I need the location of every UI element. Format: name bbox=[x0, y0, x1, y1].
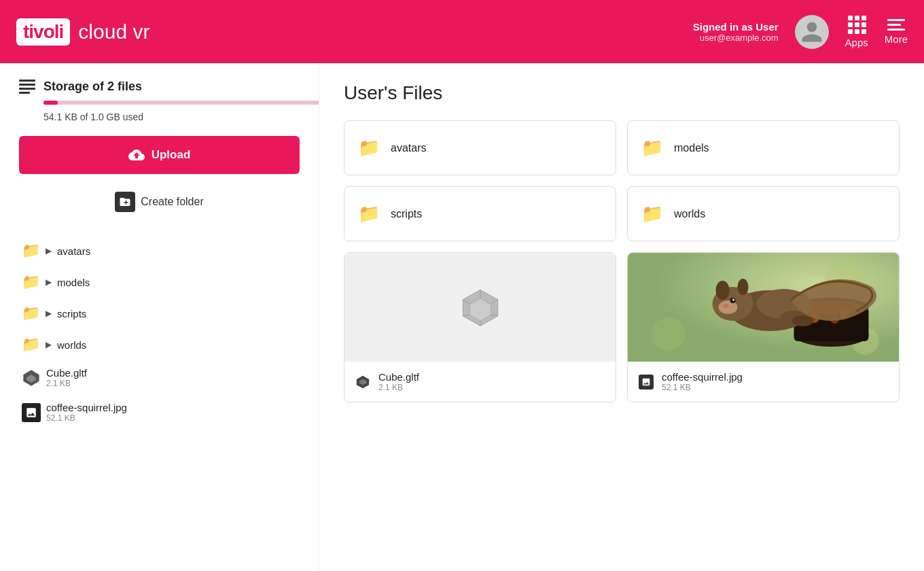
file-item-info: Cube.gltf 2.1 KB bbox=[46, 367, 87, 388]
folder-icon: 📁 bbox=[641, 137, 663, 158]
main-layout: Storage of 2 files 54.1 KB of 1.0 GB use… bbox=[0, 63, 924, 571]
gltf-preview-icon bbox=[457, 287, 504, 328]
folder-card-scripts[interactable]: 📁 scripts bbox=[344, 186, 616, 241]
tree-item-label: avatars bbox=[57, 245, 90, 257]
file-card-text-info: coffee-squirrel.jpg 52.1 KB bbox=[662, 371, 743, 392]
svg-point-31 bbox=[724, 304, 729, 308]
tree-item-worlds[interactable]: 📁 ▶ worlds bbox=[19, 329, 300, 360]
folder-card-name: avatars bbox=[391, 142, 426, 154]
folder-icon: 📁 bbox=[22, 305, 40, 322]
storage-title: Storage of 2 files bbox=[43, 80, 142, 94]
tree-item-label: models bbox=[57, 277, 90, 288]
folder-card-content: 📁 avatars bbox=[344, 121, 616, 175]
folder-card-name: scripts bbox=[391, 208, 422, 220]
folder-card-content: 📁 worlds bbox=[628, 187, 899, 241]
tree-item-coffee-squirrel[interactable]: coffee-squirrel.jpg 52.1 KB bbox=[19, 395, 300, 430]
file-card-name: coffee-squirrel.jpg bbox=[662, 371, 743, 383]
tree-item-models[interactable]: 📁 ▶ models bbox=[19, 266, 300, 298]
chevron-right-icon: ▶ bbox=[46, 340, 52, 349]
folder-card-content: 📁 models bbox=[628, 121, 899, 175]
folder-icon: 📁 bbox=[358, 203, 380, 224]
tree-item-scripts[interactable]: 📁 ▶ scripts bbox=[19, 298, 300, 329]
upload-label: Upload bbox=[152, 148, 191, 162]
tree-item-avatars[interactable]: 📁 ▶ avatars bbox=[19, 235, 300, 266]
image-icon-small bbox=[641, 377, 651, 387]
image-icon bbox=[25, 406, 37, 419]
header-right: Signed in as User user@example.com Apps … bbox=[693, 15, 908, 49]
image-preview bbox=[628, 253, 899, 362]
page-title: User's Files bbox=[344, 82, 900, 104]
gltf-file-icon bbox=[22, 368, 41, 387]
chevron-right-icon: ▶ bbox=[46, 277, 52, 287]
svg-point-33 bbox=[792, 315, 814, 326]
svg-point-27 bbox=[738, 279, 749, 295]
storage-header: Storage of 2 files bbox=[19, 80, 300, 94]
file-card-coffee-squirrel[interactable]: coffee-squirrel.jpg 52.1 KB bbox=[627, 252, 900, 402]
file-item-size: 2.1 KB bbox=[46, 379, 87, 388]
file-card-cube-gltf[interactable]: Cube.gltf 2.1 KB bbox=[344, 252, 616, 402]
file-item-info: coffee-squirrel.jpg 52.1 KB bbox=[46, 402, 127, 423]
folder-icon: 📁 bbox=[641, 203, 663, 224]
gltf-icon-small bbox=[355, 375, 370, 390]
file-tree: 📁 ▶ avatars 📁 ▶ models 📁 ▶ scripts 📁 ▶ w… bbox=[19, 235, 300, 430]
folder-card-name: worlds bbox=[674, 208, 705, 220]
folder-plus-icon bbox=[119, 196, 131, 208]
header: tivoli cloud vr Signed in as User user@e… bbox=[0, 0, 924, 63]
signed-in-label: Signed in as User bbox=[693, 21, 779, 33]
logo-area: tivoli cloud vr bbox=[16, 18, 693, 46]
apps-label: Apps bbox=[845, 37, 868, 48]
avatar[interactable] bbox=[795, 15, 829, 49]
more-label: More bbox=[885, 33, 908, 45]
file-item-name: coffee-squirrel.jpg bbox=[46, 402, 127, 413]
image-file-icon bbox=[22, 403, 41, 422]
more-lines-icon bbox=[887, 19, 905, 31]
folder-icon: 📁 bbox=[358, 137, 380, 158]
apps-nav-item[interactable]: Apps bbox=[845, 16, 868, 48]
image-file-icon-card bbox=[639, 375, 654, 390]
svg-point-30 bbox=[732, 299, 734, 301]
user-email: user@example.com bbox=[693, 33, 779, 43]
logo-box: tivoli bbox=[16, 18, 70, 46]
folder-icon: 📁 bbox=[22, 242, 40, 260]
file-card-text-info: Cube.gltf 2.1 KB bbox=[378, 371, 419, 392]
file-card-info: Cube.gltf 2.1 KB bbox=[344, 362, 616, 402]
folder-icon: 📁 bbox=[22, 336, 40, 353]
file-card-size: 52.1 KB bbox=[662, 383, 743, 392]
upload-button[interactable]: Upload bbox=[19, 136, 300, 174]
chevron-right-icon: ▶ bbox=[46, 309, 52, 318]
folder-card-worlds[interactable]: 📁 worlds bbox=[627, 186, 900, 241]
folder-card-content: 📁 scripts bbox=[344, 187, 616, 241]
chevron-right-icon: ▶ bbox=[46, 246, 52, 256]
user-info: Signed in as User user@example.com bbox=[693, 21, 779, 43]
tree-item-label: worlds bbox=[57, 339, 86, 351]
file-card-size: 2.1 KB bbox=[378, 383, 419, 392]
upload-icon bbox=[128, 147, 145, 163]
svg-point-28 bbox=[719, 300, 738, 314]
storage-lines-icon bbox=[19, 80, 35, 94]
tree-item-cube-gltf[interactable]: Cube.gltf 2.1 KB bbox=[19, 360, 300, 395]
apps-grid-icon bbox=[848, 16, 866, 34]
folder-card-name: models bbox=[674, 142, 709, 154]
file-card-name: Cube.gltf bbox=[378, 371, 419, 383]
storage-bar-fill bbox=[43, 101, 58, 105]
file-item-size: 52.1 KB bbox=[46, 413, 127, 423]
more-nav-item[interactable]: More bbox=[885, 19, 908, 45]
squirrel-preview bbox=[628, 253, 899, 362]
create-folder-button[interactable]: Create folder bbox=[19, 185, 300, 219]
file-card-info: coffee-squirrel.jpg 52.1 KB bbox=[628, 362, 899, 402]
file-item-name: Cube.gltf bbox=[46, 367, 87, 379]
logo-text: cloud vr bbox=[78, 20, 149, 44]
gltf-preview bbox=[344, 253, 616, 362]
files-grid: 📁 avatars 📁 models 📁 scripts 📁 bbox=[344, 120, 900, 402]
svg-point-26 bbox=[716, 281, 730, 300]
svg-point-14 bbox=[652, 317, 686, 351]
create-folder-label: Create folder bbox=[141, 196, 204, 208]
sidebar: Storage of 2 files 54.1 KB of 1.0 GB use… bbox=[0, 63, 319, 571]
storage-used: 54.1 KB of 1.0 GB used bbox=[43, 111, 300, 122]
folder-add-icon bbox=[115, 192, 135, 212]
content-area: User's Files 📁 avatars 📁 models 📁 script… bbox=[319, 63, 924, 571]
user-icon bbox=[800, 20, 824, 44]
folder-card-models[interactable]: 📁 models bbox=[627, 120, 900, 175]
folder-card-avatars[interactable]: 📁 avatars bbox=[344, 120, 616, 175]
folder-icon: 📁 bbox=[22, 273, 40, 291]
